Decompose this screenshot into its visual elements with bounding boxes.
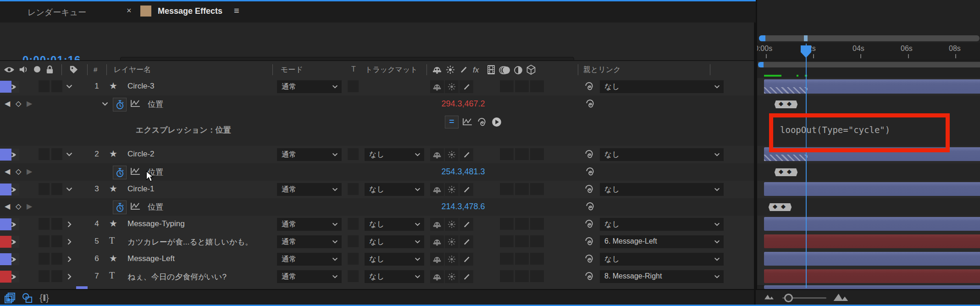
- parent-pickwhip-icon[interactable]: [584, 254, 594, 264]
- layer-name[interactable]: カツカレーが食...ると嬉しいかも。: [127, 237, 253, 247]
- 3d-toggle[interactable]: [530, 80, 544, 92]
- rasterize-toggle[interactable]: [445, 270, 459, 283]
- expand-layer-switches-button[interactable]: [3, 292, 17, 304]
- expression-pickwhip-icon[interactable]: [477, 117, 487, 127]
- keyframes-circle-1[interactable]: ◆◆: [766, 203, 794, 211]
- motion-blur-toggle[interactable]: [515, 183, 529, 195]
- layer-color-swatch[interactable]: [0, 184, 11, 195]
- 3d-toggle[interactable]: [530, 270, 544, 282]
- prev-keyframe-icon[interactable]: ◀: [5, 167, 10, 176]
- prev-keyframe-icon[interactable]: ◀: [5, 99, 10, 108]
- lock-icon[interactable]: [46, 65, 54, 74]
- expression-graph-icon[interactable]: [462, 118, 473, 126]
- frame-blend-toggle[interactable]: [500, 253, 514, 265]
- layer-color-swatch[interactable]: [0, 236, 11, 248]
- layer-bar-message-typing[interactable]: [764, 217, 980, 231]
- stopwatch-toggle[interactable]: [113, 200, 127, 214]
- frame-blend-toggle[interactable]: [500, 218, 514, 230]
- include-in-graph-icon[interactable]: [130, 202, 141, 210]
- motion-blur-toggle[interactable]: [515, 218, 529, 230]
- layer-name[interactable]: Circle-3: [127, 82, 155, 91]
- quality-toggle[interactable]: [460, 235, 473, 248]
- motion-blur-toggle[interactable]: [515, 148, 529, 160]
- rasterize-toggle[interactable]: [445, 235, 459, 248]
- property-row-position-circle-3[interactable]: ◀ ◇ ▶ 位置 294.3,467.2: [0, 95, 754, 113]
- layer-bar-message-left[interactable]: [764, 252, 980, 266]
- tab-active-composition[interactable]: Message Effects: [158, 6, 222, 16]
- audio-toggle[interactable]: [39, 218, 50, 230]
- motion-blur-toggle[interactable]: [515, 270, 529, 282]
- stopwatch-toggle[interactable]: [113, 98, 127, 111]
- parent-dropdown[interactable]: なし: [600, 218, 724, 231]
- parent-dropdown[interactable]: なし: [600, 80, 724, 93]
- motion-blur-toggle[interactable]: [515, 235, 529, 247]
- work-area-bar[interactable]: [758, 62, 980, 67]
- next-keyframe-icon[interactable]: ▶: [27, 167, 32, 176]
- solo-toggle[interactable]: [51, 235, 62, 247]
- quality-toggle[interactable]: [460, 253, 473, 266]
- add-keyframe-icon[interactable]: ◇: [16, 99, 21, 108]
- video-eye-icon[interactable]: [4, 66, 15, 73]
- add-keyframe-icon[interactable]: ◇: [16, 202, 21, 211]
- keyframes-circle-2[interactable]: ◆◆: [772, 168, 800, 176]
- blend-mode-dropdown[interactable]: 通常: [277, 80, 342, 93]
- column-mode[interactable]: モード: [281, 65, 303, 75]
- preserve-transparency-toggle[interactable]: [348, 218, 359, 230]
- position-value[interactable]: 214.3,478.6: [413, 202, 514, 211]
- property-pickwhip-icon[interactable]: [585, 99, 595, 109]
- layer-color-swatch[interactable]: [0, 271, 11, 283]
- motion-blur-toggle[interactable]: [515, 80, 529, 92]
- layer-row-text-7[interactable]: 7 T ねぇ、今日の夕食何がいい? 通常 なし 8. Message-Right: [0, 268, 754, 286]
- fx-icon[interactable]: [472, 66, 484, 74]
- shy-toggle[interactable]: [430, 80, 444, 93]
- quality-icon[interactable]: [460, 66, 467, 73]
- parent-pickwhip-icon[interactable]: [584, 184, 594, 194]
- layer-name[interactable]: Message-Typing: [127, 219, 185, 228]
- expand-chevron-icon[interactable]: [67, 239, 72, 245]
- layer-row-circle-3[interactable]: 1 ★ Circle-3 通常 なし: [0, 78, 754, 96]
- track-matte-dropdown[interactable]: なし: [365, 218, 424, 231]
- collapse-chevron-icon[interactable]: [66, 84, 72, 89]
- shy-toggle[interactable]: [430, 235, 444, 248]
- rasterize-toggle[interactable]: [445, 253, 459, 266]
- 3d-toggle[interactable]: [530, 253, 544, 265]
- parent-dropdown[interactable]: 6. Message-Left: [600, 235, 724, 248]
- property-name[interactable]: 位置: [148, 202, 163, 212]
- column-number[interactable]: #: [94, 66, 97, 73]
- layer-row-message-left[interactable]: 6 ★ Message-Left 通常 なし なし: [0, 250, 754, 268]
- shy-toggle[interactable]: [430, 218, 444, 231]
- property-row-position-circle-2[interactable]: ◀ ◇ ▶ 位置 254.3,481.3: [0, 163, 754, 181]
- column-parent-link[interactable]: 親とリンク: [583, 65, 621, 75]
- expand-chevron-icon[interactable]: [67, 221, 72, 228]
- quality-toggle[interactable]: [460, 80, 473, 93]
- layer-bar-circle-3[interactable]: [764, 79, 980, 94]
- preserve-transparency-toggle[interactable]: [348, 80, 359, 92]
- audio-toggle[interactable]: [39, 183, 50, 195]
- keyframes-circle-3[interactable]: ◆◆: [772, 100, 800, 108]
- expression-row-position[interactable]: エクスプレッション：位置 =: [0, 113, 754, 146]
- track-matte-dropdown[interactable]: なし: [365, 270, 424, 283]
- layer-row-text-5[interactable]: 5 T カツカレーが食...ると嬉しいかも。 通常 なし 6. Message-…: [0, 233, 754, 251]
- layer-name[interactable]: Circle-1: [127, 184, 155, 194]
- parent-dropdown[interactable]: 8. Message-Right: [600, 270, 724, 283]
- property-row-position-circle-1[interactable]: ◀ ◇ ▶ 位置 214.3,478.6: [0, 198, 754, 216]
- blend-mode-dropdown[interactable]: 通常: [277, 183, 342, 196]
- work-area-start-handle[interactable]: [758, 62, 764, 67]
- timeline-scrollbar[interactable]: [759, 35, 980, 41]
- blend-mode-dropdown[interactable]: 通常: [277, 218, 342, 231]
- shy-toggle[interactable]: [430, 253, 444, 266]
- layer-name[interactable]: Message-Left: [127, 254, 175, 263]
- solo-toggle[interactable]: [51, 183, 62, 195]
- track-matte-dropdown[interactable]: なし: [365, 253, 424, 266]
- layer-row-message-typing[interactable]: 4 ★ Message-Typing 通常 なし なし: [0, 216, 754, 234]
- time-ruler[interactable]: [757, 43, 980, 61]
- layer-name[interactable]: ねぇ、今日の夕食何がいい?: [127, 272, 227, 282]
- solo-toggle[interactable]: [51, 148, 62, 160]
- quality-toggle[interactable]: [460, 183, 473, 196]
- track-matte-dropdown[interactable]: なし: [365, 183, 424, 196]
- layer-row-circle-1[interactable]: 3 ★ Circle-1 通常 なし なし: [0, 181, 754, 199]
- parent-dropdown[interactable]: なし: [600, 183, 724, 196]
- expand-chevron-icon[interactable]: [67, 256, 72, 262]
- column-track-matte[interactable]: トラックマット: [365, 65, 418, 75]
- shy-switch-icon[interactable]: [432, 66, 443, 74]
